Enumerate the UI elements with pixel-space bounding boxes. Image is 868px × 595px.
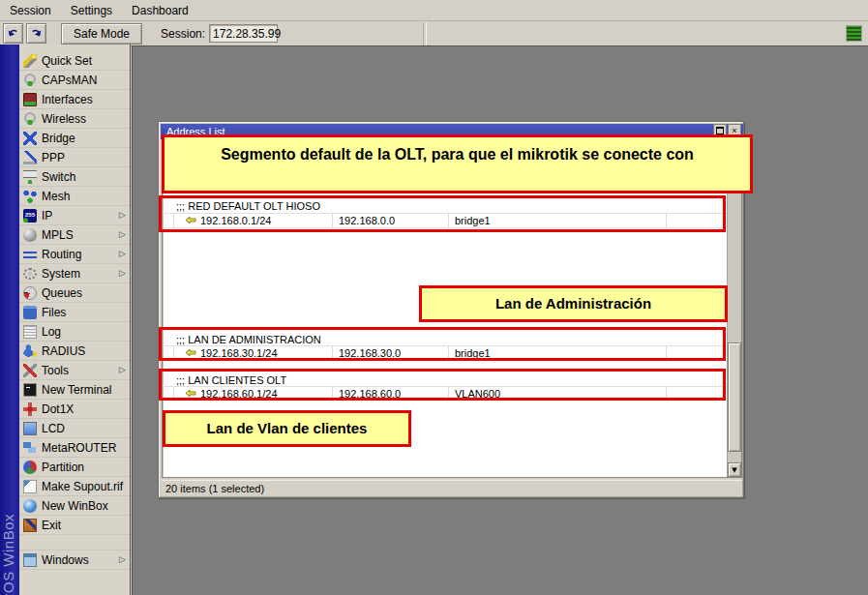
sidebar-item-label: MetaROUTER bbox=[42, 441, 116, 455]
sidebar-item-wireless[interactable]: Wireless bbox=[19, 109, 130, 129]
safe-mode-button[interactable]: Safe Mode bbox=[61, 23, 142, 45]
mesh-nodes-icon bbox=[23, 190, 37, 203]
wireless-antenna-icon bbox=[23, 112, 37, 126]
annotation-text: Segmento default de la OLT, para que el … bbox=[221, 146, 694, 163]
annotation-admin-note: Lan de Administración bbox=[419, 285, 728, 322]
menu-bar: Session Settings Dashboard bbox=[0, 0, 868, 21]
sidebar-item-capsman[interactable]: CAPsMAN bbox=[19, 71, 130, 90]
globe-icon bbox=[23, 499, 37, 513]
sidebar-item-label: Interfaces bbox=[42, 93, 93, 106]
sidebar-item-label: Exit bbox=[42, 519, 61, 532]
sidebar-item-bridge[interactable]: Bridge bbox=[19, 129, 130, 148]
brand-strip: RouterOS WinBox bbox=[0, 45, 19, 595]
menu-dashboard[interactable]: Dashboard bbox=[122, 2, 198, 19]
sidebar-item-files[interactable]: Files bbox=[19, 303, 130, 322]
sidebar-item-ppp[interactable]: PPP bbox=[19, 148, 130, 167]
sidebar-item-label: CAPsMAN bbox=[42, 74, 97, 87]
sidebar-item-tools[interactable]: Tools▷ bbox=[19, 361, 130, 380]
sidebar-item-label: New WinBox bbox=[42, 499, 108, 513]
gear-icon bbox=[23, 268, 37, 280]
terminal-icon bbox=[23, 383, 37, 397]
submenu-arrow-icon: ▷ bbox=[119, 555, 126, 564]
green-signal-block-icon bbox=[846, 25, 862, 42]
annotation-text: Lan de Administración bbox=[495, 295, 651, 312]
sidebar-item-label: Files bbox=[42, 306, 66, 319]
undo-arrow-icon bbox=[7, 25, 19, 43]
submenu-arrow-icon: ▷ bbox=[119, 269, 126, 278]
sidebar-item-lcd[interactable]: LCD bbox=[19, 419, 130, 438]
highlight-box-clients-group bbox=[159, 369, 726, 401]
sidebar-item-make-supout[interactable]: Make Supout.rif bbox=[19, 477, 130, 496]
sidebar-item-quick-set[interactable]: Quick Set bbox=[19, 51, 130, 71]
sidebar-item-label: Switch bbox=[42, 170, 75, 184]
antenna-icon bbox=[23, 74, 37, 87]
scrollbar-thumb[interactable] bbox=[728, 342, 741, 452]
user-key-icon bbox=[23, 344, 37, 358]
window-status-bar: 20 items (1 selected) bbox=[162, 480, 742, 496]
brand-vertical-text: RouterOS WinBox bbox=[0, 417, 19, 595]
sidebar-item-label: MPLS bbox=[42, 228, 74, 242]
session-address-field[interactable]: 172.28.35.99 bbox=[209, 24, 278, 43]
sidebar: Quick Set CAPsMAN Interfaces Wireless Br… bbox=[19, 45, 131, 595]
sidebar-item-mpls[interactable]: MPLS▷ bbox=[19, 225, 130, 245]
ppp-link-icon bbox=[23, 151, 37, 164]
toolbar-separator bbox=[423, 22, 427, 45]
status-text: 20 items (1 selected) bbox=[165, 483, 264, 494]
undo-button[interactable] bbox=[3, 23, 23, 44]
sidebar-item-label: Tools bbox=[42, 364, 69, 377]
sidebar-item-label: Routing bbox=[42, 248, 81, 261]
sidebar-item-label: Log bbox=[42, 325, 61, 339]
toolbar: Safe Mode Session: 172.28.35.99 bbox=[0, 21, 868, 46]
sidebar-item-label: LCD bbox=[42, 422, 65, 435]
sphere-icon bbox=[23, 228, 37, 242]
sidebar-gap bbox=[19, 535, 130, 550]
sidebar-item-label: IP bbox=[42, 209, 52, 223]
sidebar-item-new-winbox[interactable]: New WinBox bbox=[19, 496, 130, 516]
sidebar-item-system[interactable]: System▷ bbox=[19, 264, 130, 283]
sidebar-item-label: New Terminal bbox=[42, 383, 111, 397]
metarouter-icon bbox=[23, 441, 37, 455]
redo-button[interactable] bbox=[26, 23, 46, 44]
lcd-screen-icon bbox=[23, 422, 37, 435]
annotation-top-note: Segmento default de la OLT, para que el … bbox=[162, 134, 753, 193]
document-icon bbox=[23, 480, 37, 493]
sidebar-item-partition[interactable]: Partition bbox=[19, 458, 130, 477]
sidebar-item-label: Quick Set bbox=[42, 54, 92, 68]
menu-settings[interactable]: Settings bbox=[61, 2, 122, 19]
sidebar-item-switch[interactable]: Switch bbox=[19, 167, 130, 187]
sidebar-item-label: System bbox=[42, 267, 80, 281]
sidebar-item-radius[interactable]: RADIUS bbox=[19, 342, 130, 361]
sidebar-item-label: Wireless bbox=[42, 112, 86, 126]
sidebar-item-interfaces[interactable]: Interfaces bbox=[19, 90, 130, 109]
sidebar-item-metarouter[interactable]: MetaROUTER bbox=[19, 438, 130, 458]
vertical-scrollbar[interactable]: ▲ ▼ bbox=[727, 155, 741, 477]
log-lines-icon bbox=[23, 325, 37, 339]
sidebar-item-label: RADIUS bbox=[42, 344, 85, 358]
sidebar-item-log[interactable]: Log bbox=[19, 322, 130, 342]
sidebar-item-label: Mesh bbox=[42, 190, 70, 203]
sidebar-item-label: PPP bbox=[42, 151, 65, 164]
annotation-clients-note: Lan de Vlan de clientes bbox=[163, 410, 411, 447]
interface-card-icon bbox=[23, 93, 37, 106]
sidebar-item-ip[interactable]: 255IP▷ bbox=[19, 206, 130, 225]
sidebar-item-queues[interactable]: Queues bbox=[19, 283, 130, 303]
sidebar-item-windows[interactable]: Windows▷ bbox=[19, 550, 130, 570]
scroll-down-button[interactable]: ▼ bbox=[728, 462, 741, 477]
sidebar-item-dot1x[interactable]: Dot1X bbox=[19, 400, 130, 419]
sidebar-item-label: Dot1X bbox=[42, 402, 74, 416]
exit-icon bbox=[23, 519, 37, 532]
sidebar-item-routing[interactable]: Routing▷ bbox=[19, 245, 130, 264]
window-icon bbox=[23, 553, 37, 567]
sidebar-item-new-terminal[interactable]: New Terminal bbox=[19, 380, 130, 400]
sidebar-item-mesh[interactable]: Mesh bbox=[19, 187, 130, 206]
sidebar-item-label: Partition bbox=[42, 461, 84, 474]
routing-arrows-icon bbox=[23, 248, 37, 261]
redo-arrow-icon bbox=[30, 25, 43, 43]
highlight-box-admin-group bbox=[159, 327, 726, 361]
session-label: Session: bbox=[161, 27, 205, 41]
pie-partition-icon bbox=[23, 461, 37, 474]
gauge-icon bbox=[23, 286, 37, 300]
submenu-arrow-icon: ▷ bbox=[119, 250, 126, 258]
menu-session[interactable]: Session bbox=[0, 2, 61, 19]
sidebar-item-exit[interactable]: Exit bbox=[19, 516, 130, 535]
